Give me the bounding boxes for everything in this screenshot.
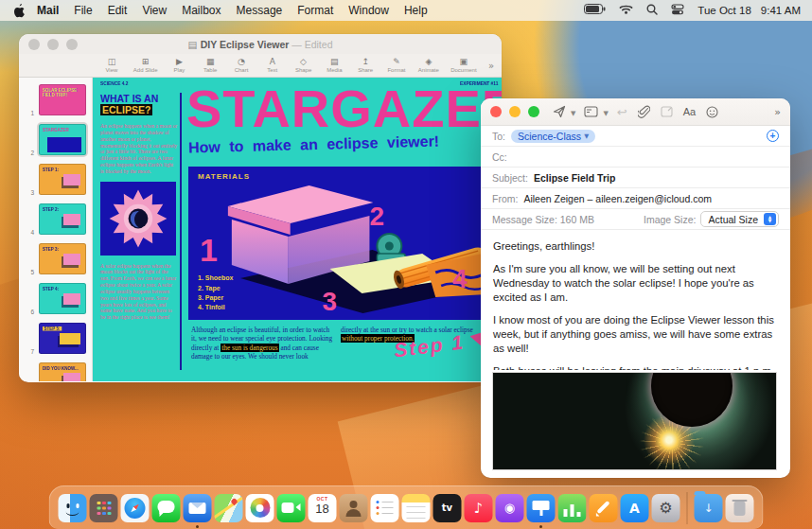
materials-item: 3. Paper bbox=[198, 293, 233, 303]
dock-contacts-icon[interactable] bbox=[340, 494, 368, 522]
eclipse-attachment-image[interactable] bbox=[492, 372, 777, 470]
dock-maps-icon[interactable] bbox=[215, 494, 243, 522]
close-button[interactable] bbox=[490, 106, 502, 117]
recipient-token[interactable]: Science-Class▼ bbox=[511, 130, 595, 143]
dock-reminders-icon[interactable] bbox=[371, 494, 399, 522]
format-icon: ✎ bbox=[393, 58, 400, 66]
table-icon: ▦ bbox=[206, 58, 215, 66]
slide-thumbnail-8[interactable]: 8DID YOU KNOW... bbox=[19, 361, 92, 381]
menu-app-name[interactable]: Mail bbox=[37, 4, 59, 17]
keynote-tool-text[interactable]: AText bbox=[263, 58, 282, 74]
slide-thumbnail-2[interactable]: 2STARGAZER bbox=[19, 122, 92, 157]
spotlight-search-icon[interactable] bbox=[646, 4, 658, 18]
keynote-tool-shape[interactable]: ◇Shape bbox=[294, 58, 313, 74]
emoji-button[interactable] bbox=[706, 106, 718, 118]
from-field[interactable]: From: Aileen Zeigen – aileen.zeigen@iclo… bbox=[481, 188, 790, 209]
size-row: Message Size: 160 MB Image Size: Actual … bbox=[481, 209, 790, 230]
send-options-chevron-icon[interactable]: ▼ bbox=[571, 110, 575, 117]
dock-launchpad-icon[interactable] bbox=[90, 494, 118, 522]
image-size-select[interactable]: Actual Size ▲▼ bbox=[700, 211, 779, 227]
view-icon: ◫ bbox=[108, 58, 116, 66]
dock-trash-icon[interactable] bbox=[726, 494, 754, 522]
keynote-tool-animate[interactable]: ◈Animate bbox=[418, 58, 439, 74]
dock-calendar-icon[interactable]: OCT18 bbox=[309, 494, 337, 522]
clock-time: 9:41 AM bbox=[761, 5, 801, 16]
dock-tv-icon[interactable]: tv bbox=[433, 494, 462, 522]
add slide-icon: ⊞ bbox=[142, 58, 150, 66]
slide-thumbnail-4[interactable]: 4STEP 2: bbox=[19, 202, 92, 237]
dock-safari-icon[interactable] bbox=[121, 494, 150, 522]
materials-item: 2. Tape bbox=[198, 284, 233, 293]
attachment-button[interactable] bbox=[638, 105, 650, 118]
dock-music-icon[interactable]: ♪ bbox=[465, 494, 493, 522]
menu-window[interactable]: Window bbox=[348, 4, 389, 17]
subject-value: Eclipse Field Trip bbox=[534, 172, 615, 184]
dock-keynote-icon[interactable] bbox=[527, 494, 556, 522]
send-button[interactable] bbox=[553, 105, 566, 118]
slide-thumbnail-5[interactable]: 5STEP 3: bbox=[19, 241, 92, 276]
slide-thumbnail-1[interactable]: 1SOLAR ECLIPSE FIELD TRIP! bbox=[19, 82, 92, 117]
menu-help[interactable]: Help bbox=[404, 4, 428, 17]
wifi-icon[interactable] bbox=[619, 4, 633, 17]
slide-thumbnail-6[interactable]: 6STEP 4: bbox=[19, 281, 92, 316]
slide-navigator[interactable]: 1SOLAR ECLIPSE FIELD TRIP!2STARGAZER3STE… bbox=[19, 78, 93, 381]
dock-mail-icon[interactable] bbox=[184, 494, 212, 522]
slide-thumbnail-7[interactable]: 7STEP 5: bbox=[19, 321, 92, 356]
dock-separator bbox=[687, 492, 688, 524]
battery-icon[interactable] bbox=[584, 4, 606, 17]
toolbar-overflow-icon[interactable]: » bbox=[774, 106, 781, 118]
keynote-tool-document[interactable]: ▣Document bbox=[451, 58, 476, 74]
keynote-tool-view[interactable]: ◫View bbox=[102, 58, 121, 74]
keynote-tool-table[interactable]: ▦Table bbox=[201, 58, 220, 74]
keynote-tool-format[interactable]: ✎Format bbox=[387, 58, 406, 74]
subject-field[interactable]: Subject: Eclipse Field Trip bbox=[481, 168, 790, 188]
menu-format[interactable]: Format bbox=[297, 4, 333, 17]
toolbar-overflow-icon[interactable]: » bbox=[488, 61, 494, 71]
to-field[interactable]: To: Science-Class▼ + bbox=[481, 126, 790, 147]
keynote-tool-media[interactable]: ▤Media bbox=[325, 58, 344, 74]
dock-facetime-icon[interactable] bbox=[277, 494, 306, 522]
svg-text:2: 2 bbox=[369, 202, 384, 231]
slide-title: STARGAZER bbox=[186, 78, 502, 139]
menu-message[interactable]: Message bbox=[237, 4, 283, 17]
menu-file[interactable]: File bbox=[74, 4, 92, 17]
format-button[interactable]: Aa bbox=[683, 106, 696, 117]
menu-edit[interactable]: Edit bbox=[108, 4, 128, 17]
menu-view[interactable]: View bbox=[142, 4, 167, 17]
slide-canvas[interactable]: SCIENCE 4.2 EXPERIMENT #11 WHAT IS AN EC… bbox=[93, 78, 502, 381]
cc-field[interactable]: Cc: bbox=[481, 147, 790, 168]
apple-menu-icon[interactable] bbox=[13, 4, 26, 18]
dock-messages-icon[interactable] bbox=[152, 494, 181, 522]
slide-thumbnail-3[interactable]: 3STEP 1: bbox=[19, 162, 92, 197]
add-recipient-button[interactable]: + bbox=[767, 130, 779, 142]
keynote-tool-play[interactable]: ▶Play bbox=[169, 58, 188, 74]
running-indicator bbox=[196, 525, 199, 528]
dock-pages-icon[interactable] bbox=[590, 494, 618, 522]
dock-notes-icon[interactable] bbox=[402, 494, 431, 522]
keynote-tool-chart[interactable]: ◔Chart bbox=[232, 58, 251, 74]
dock-downloads-icon[interactable]: ↓ bbox=[695, 494, 723, 522]
minimize-button[interactable] bbox=[509, 106, 521, 117]
dock-finder-icon[interactable] bbox=[59, 494, 87, 522]
dock-appstore-icon[interactable]: A bbox=[621, 494, 649, 522]
menu-mailbox[interactable]: Mailbox bbox=[182, 4, 221, 17]
dock-photos-icon[interactable] bbox=[246, 494, 274, 522]
menu-bar-clock[interactable]: Tue Oct 18 9:41 AM bbox=[697, 5, 801, 16]
control-center-icon[interactable] bbox=[671, 4, 684, 18]
header-fields-button[interactable] bbox=[584, 106, 598, 117]
keynote-tool-add-slide[interactable]: ⊞Add Slide bbox=[133, 58, 158, 74]
sidebar-paragraph-2: A solar eclipse happens when the moon bl… bbox=[100, 263, 178, 321]
image-size-label: Image Size: bbox=[644, 214, 696, 225]
running-indicator bbox=[539, 525, 542, 528]
dock-numbers-icon[interactable] bbox=[558, 494, 587, 522]
animate-icon: ◈ bbox=[425, 58, 432, 66]
header-fields-chevron-icon[interactable]: ▼ bbox=[603, 110, 608, 117]
zoom-button[interactable] bbox=[528, 106, 539, 117]
svg-text:1: 1 bbox=[200, 232, 218, 268]
email-body[interactable]: Greetings, earthlings!As I'm sure you al… bbox=[481, 230, 790, 370]
keynote-titlebar[interactable]: ▤ DIY Eclipse Viewer — Edited bbox=[19, 34, 502, 54]
dock-settings-icon[interactable]: ⚙ bbox=[652, 494, 680, 522]
dock-podcasts-icon[interactable]: ◉ bbox=[496, 494, 524, 522]
email-paragraph: Greetings, earthlings! bbox=[493, 239, 778, 254]
keynote-tool-share[interactable]: ↥Share bbox=[356, 58, 375, 74]
